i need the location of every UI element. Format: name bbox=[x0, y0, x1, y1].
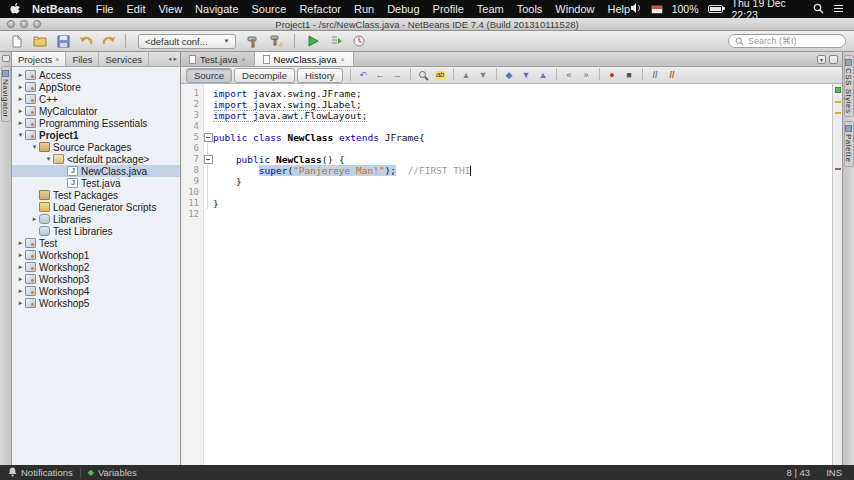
expand-icon[interactable]: ▸ bbox=[16, 95, 25, 103]
volume-icon[interactable] bbox=[630, 3, 642, 15]
notification-center-icon[interactable] bbox=[833, 3, 844, 15]
minimize-window-button[interactable] bbox=[20, 20, 28, 28]
tree-item-workshop1[interactable]: ▸Workshop1 bbox=[12, 249, 180, 261]
undo-icon[interactable] bbox=[77, 33, 95, 49]
tree-item-test-packages[interactable]: Test Packages bbox=[12, 189, 180, 201]
code-line[interactable]: 4 bbox=[181, 121, 832, 132]
tabs-scroll-left-icon[interactable]: ◂ bbox=[168, 55, 172, 63]
expand-icon[interactable]: ▸ bbox=[16, 119, 25, 127]
tree-item-load-generator-scripts[interactable]: Load Generator Scripts bbox=[12, 201, 180, 213]
collapse-icon[interactable]: ▾ bbox=[30, 143, 39, 151]
menu-edit[interactable]: Edit bbox=[126, 3, 145, 15]
expand-icon[interactable]: ▸ bbox=[16, 299, 25, 307]
open-project-icon[interactable] bbox=[31, 33, 49, 49]
tree-item-test-libraries[interactable]: Test Libraries bbox=[12, 225, 180, 237]
menu-tools[interactable]: Tools bbox=[517, 3, 543, 15]
tree-item-test[interactable]: ▸Test bbox=[12, 237, 180, 249]
close-tab-icon[interactable]: × bbox=[242, 56, 246, 63]
code-line[interactable]: 8 super("Panjereye Man!"); //FIRST THI bbox=[181, 165, 832, 176]
error-stripe[interactable] bbox=[832, 84, 842, 465]
dock-tab-navigator[interactable]: Navigator bbox=[1, 66, 11, 122]
code-line[interactable]: 10 bbox=[181, 187, 832, 198]
code-line[interactable]: 3import java.awt.FlowLayout; bbox=[181, 110, 832, 121]
dock-tab-palette[interactable]: Palette bbox=[844, 121, 854, 166]
shift-left-icon[interactable]: « bbox=[562, 68, 577, 82]
expand-icon[interactable]: ▸ bbox=[16, 275, 25, 283]
debug-project-icon[interactable] bbox=[327, 33, 345, 49]
toggle-highlight-icon[interactable]: ab bbox=[433, 68, 448, 82]
fold-collapse-icon[interactable] bbox=[203, 154, 213, 165]
code-line[interactable]: 12 bbox=[181, 209, 832, 220]
tree-item-libraries[interactable]: ▸Libraries bbox=[12, 213, 180, 225]
menu-navigate[interactable]: Navigate bbox=[195, 3, 238, 15]
tree-item-newclass-java[interactable]: NewClass.java bbox=[12, 165, 180, 177]
forward-icon[interactable]: → bbox=[390, 68, 405, 82]
menu-refactor[interactable]: Refactor bbox=[299, 3, 341, 15]
document-list-icon[interactable]: ▾ bbox=[817, 55, 826, 64]
tree-item-default-package[interactable]: ▾<default package> bbox=[12, 153, 180, 165]
expand-icon[interactable]: ▸ bbox=[16, 263, 25, 271]
zoom-window-button[interactable] bbox=[33, 20, 41, 28]
last-edit-icon[interactable]: ↶ bbox=[356, 68, 371, 82]
editor-tab-newclass-java[interactable]: NewClass.java× bbox=[255, 52, 354, 66]
code-line[interactable]: 7 public NewClass() { bbox=[181, 154, 832, 165]
clean-build-icon[interactable] bbox=[267, 33, 285, 49]
collapse-icon[interactable]: ▾ bbox=[16, 131, 25, 139]
expand-icon[interactable]: ▸ bbox=[30, 215, 39, 223]
prev-occurrence-icon[interactable]: ▲ bbox=[459, 68, 474, 82]
menu-source[interactable]: Source bbox=[252, 3, 287, 15]
tree-item-source-packages[interactable]: ▾Source Packages bbox=[12, 141, 180, 153]
code-line[interactable]: 1import javax.swing.JFrame; bbox=[181, 88, 832, 99]
tree-item-workshop2[interactable]: ▸Workshop2 bbox=[12, 261, 180, 273]
menu-profile[interactable]: Profile bbox=[433, 3, 464, 15]
close-window-button[interactable] bbox=[7, 20, 15, 28]
stripe-warning-mark[interactable] bbox=[835, 101, 841, 103]
keyboard-layout-flag-icon[interactable] bbox=[651, 5, 663, 14]
expand-icon[interactable]: ▸ bbox=[16, 71, 25, 79]
next-bookmark-icon[interactable]: ▼ bbox=[519, 68, 534, 82]
panel-tab-projects[interactable]: Projects× bbox=[12, 52, 66, 66]
apple-menu-icon[interactable] bbox=[10, 3, 21, 16]
view-button-source[interactable]: Source bbox=[186, 68, 232, 83]
expand-icon[interactable]: ▸ bbox=[16, 83, 25, 91]
start-macro-icon[interactable]: ● bbox=[605, 68, 620, 82]
maximize-editor-icon[interactable] bbox=[829, 55, 838, 64]
tree-item-workshop5[interactable]: ▸Workshop5 bbox=[12, 297, 180, 309]
expand-icon[interactable]: ▸ bbox=[16, 107, 25, 115]
tabs-scroll-right-icon[interactable]: ▸ bbox=[173, 55, 177, 63]
comment-icon[interactable]: // bbox=[648, 68, 663, 82]
close-tab-icon[interactable]: × bbox=[55, 56, 59, 63]
code-line[interactable]: 6 bbox=[181, 143, 832, 154]
menu-run[interactable]: Run bbox=[354, 3, 374, 15]
expand-icon[interactable]: ▸ bbox=[16, 239, 25, 247]
tree-item-workshop3[interactable]: ▸Workshop3 bbox=[12, 273, 180, 285]
expand-icon[interactable]: ▸ bbox=[16, 251, 25, 259]
profile-project-icon[interactable] bbox=[350, 33, 368, 49]
panel-tab-services[interactable]: Services bbox=[99, 52, 148, 66]
stripe-warning-mark[interactable] bbox=[835, 112, 841, 114]
new-file-icon[interactable] bbox=[8, 33, 26, 49]
tree-item-appstore[interactable]: ▸AppStore bbox=[12, 81, 180, 93]
save-all-icon[interactable] bbox=[54, 33, 72, 49]
tree-item-access[interactable]: ▸Access bbox=[12, 69, 180, 81]
config-select[interactable]: <default conf... ▾ bbox=[138, 34, 236, 49]
view-button-decompile[interactable]: Decompile bbox=[234, 68, 295, 83]
panel-tab-files[interactable]: Files bbox=[66, 52, 99, 66]
notifications-tab[interactable]: Notifications bbox=[8, 467, 73, 479]
run-project-icon[interactable] bbox=[304, 33, 322, 49]
menu-file[interactable]: File bbox=[96, 3, 114, 15]
toggle-bookmark-icon[interactable]: ◆ bbox=[502, 68, 517, 82]
build-project-icon[interactable] bbox=[244, 33, 262, 49]
menu-window[interactable]: Window bbox=[555, 3, 594, 15]
tree-item-workshop4[interactable]: ▸Workshop4 bbox=[12, 285, 180, 297]
menu-view[interactable]: View bbox=[158, 3, 182, 15]
next-occurrence-icon[interactable]: ▼ bbox=[476, 68, 491, 82]
view-button-history[interactable]: History bbox=[297, 68, 343, 83]
dock-tab-css-styles[interactable]: CSS Styles bbox=[844, 55, 854, 117]
tree-item-c[interactable]: ▸C++ bbox=[12, 93, 180, 105]
editor-tab-test-java[interactable]: Test.java× bbox=[181, 52, 255, 66]
close-tab-icon[interactable]: × bbox=[340, 56, 344, 63]
stop-macro-icon[interactable]: ■ bbox=[622, 68, 637, 82]
spotlight-icon[interactable] bbox=[813, 3, 824, 16]
menu-help[interactable]: Help bbox=[607, 3, 630, 15]
